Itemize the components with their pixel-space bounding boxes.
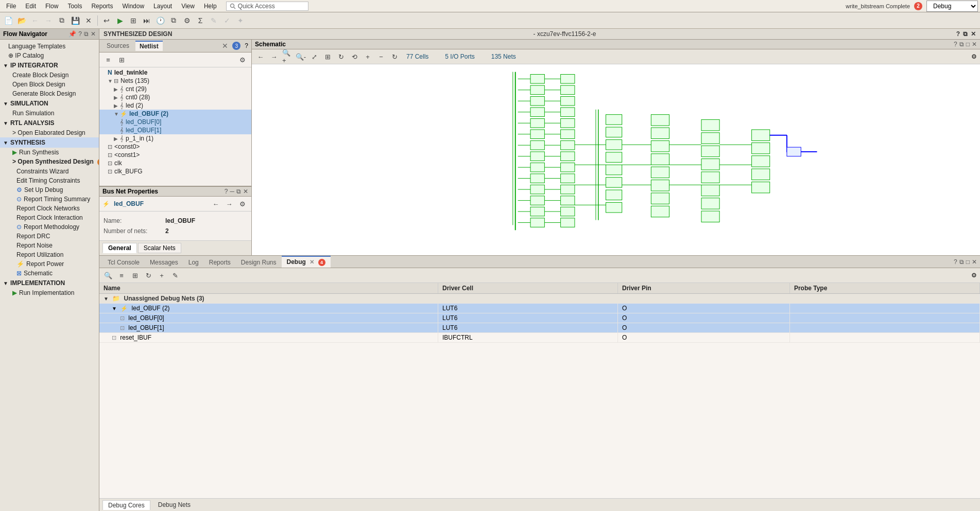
- save-btn[interactable]: 💾: [69, 14, 81, 27]
- schematic-refresh-btn[interactable]: ↻: [389, 51, 400, 62]
- run-btn[interactable]: ▶: [114, 14, 126, 27]
- schematic-zoom-in-btn[interactable]: 🔍+: [282, 51, 293, 62]
- nav-language-templates[interactable]: Language Templates: [0, 42, 99, 51]
- tree-led[interactable]: ▶ 𝄞 led (2): [99, 101, 251, 110]
- edit-btn[interactable]: ✎: [208, 14, 220, 27]
- debug-search-btn[interactable]: 🔍: [102, 270, 114, 281]
- debug-row-led-obuf-1[interactable]: ⊡ led_OBUF[1] LUT6 O: [99, 323, 980, 333]
- sub-tab-debug-nets[interactable]: Debug Nets: [152, 500, 196, 510]
- led-arrow[interactable]: ▶: [114, 103, 120, 109]
- schematic-back-btn[interactable]: ←: [255, 51, 266, 62]
- led-obuf-arrow[interactable]: ▼: [114, 111, 120, 117]
- tab-sources[interactable]: Sources: [102, 41, 133, 50]
- nav-ip-catalog[interactable]: ⊕ IP Catalog: [0, 51, 99, 60]
- nav-question-icon[interactable]: ?: [78, 30, 82, 38]
- tree-const0[interactable]: ⊡ <const0>: [99, 143, 251, 151]
- nav-report-timing-summary[interactable]: ⊙Report Timing Summary: [0, 195, 99, 204]
- debug-collapse-all-btn[interactable]: ≡: [116, 270, 127, 281]
- tree-cnt0[interactable]: ▶ 𝄞 cnt0 (28): [99, 93, 251, 101]
- menu-reports[interactable]: Reports: [87, 2, 117, 11]
- tree-const1[interactable]: ⊡ <const1>: [99, 151, 251, 159]
- schematic-close-icon[interactable]: ✕: [972, 41, 977, 48]
- nav-report-utilization[interactable]: Report Utilization: [0, 250, 99, 259]
- redo-btn[interactable]: →: [42, 14, 55, 27]
- stat-nets[interactable]: 135 Nets: [491, 53, 516, 60]
- menu-layout[interactable]: Layout: [149, 2, 176, 11]
- quick-access-input[interactable]: Quick Access: [226, 2, 308, 11]
- schematic-settings-btn[interactable]: ⚙: [971, 53, 977, 60]
- debug-settings-btn[interactable]: ⚙: [971, 272, 977, 279]
- schematic-prev-btn[interactable]: ⟲: [349, 51, 360, 62]
- menu-view[interactable]: View: [177, 2, 199, 11]
- debug-expand-all-btn[interactable]: ⊞: [129, 270, 141, 281]
- undo-btn[interactable]: ←: [29, 14, 41, 27]
- nav-set-up-debug[interactable]: ⚙Set Up Debug: [0, 185, 99, 195]
- nav-section-simulation[interactable]: ▼ SIMULATION: [0, 98, 99, 109]
- tab-debug[interactable]: Debug ✕ 4: [282, 256, 331, 268]
- nav-generate-block-design[interactable]: Generate Block Design: [0, 89, 99, 98]
- nav-report-clock-interaction[interactable]: Report Clock Interaction: [0, 213, 99, 222]
- bus-tab-scalar-nets[interactable]: Scalar Nets: [138, 243, 181, 253]
- undo2-btn[interactable]: ↩: [100, 14, 113, 27]
- stat-cells[interactable]: 77 Cells: [406, 53, 428, 60]
- copy-btn[interactable]: ⧉: [56, 14, 68, 27]
- bus-question-icon[interactable]: ?: [225, 188, 228, 195]
- nav-section-ip-integrator[interactable]: ▼ IP INTEGRATOR: [0, 60, 99, 71]
- nav-float-icon[interactable]: ⧉: [84, 30, 89, 38]
- menu-file[interactable]: File: [2, 2, 20, 11]
- clock-btn[interactable]: 🕐: [154, 14, 166, 27]
- schematic-plus-btn[interactable]: +: [362, 51, 373, 62]
- debug-row-led-obuf-0[interactable]: ⊡ led_OBUF[0] LUT6 O: [99, 313, 980, 323]
- bus-tab-general[interactable]: General: [102, 243, 137, 253]
- nets-arrow[interactable]: ▼: [108, 78, 114, 84]
- nav-schematic[interactable]: ⊠Schematic: [0, 269, 99, 278]
- schematic-fit-btn[interactable]: ⤢: [308, 51, 320, 62]
- nav-report-methodology[interactable]: ⊙Report Methodology: [0, 222, 99, 232]
- debug-dropdown[interactable]: Debug: [926, 1, 978, 12]
- nav-run-synthesis[interactable]: ▶Run Synthesis: [0, 148, 99, 157]
- bus-settings-btn[interactable]: ⚙: [237, 198, 248, 209]
- schematic-minus-btn[interactable]: −: [375, 51, 387, 62]
- synth-close-icon[interactable]: ✕: [971, 30, 976, 38]
- tree-p1in[interactable]: ▶ 𝄞 p_1_in (1): [99, 134, 251, 143]
- schematic-maximize-icon[interactable]: □: [966, 41, 970, 48]
- debug-row-led-obuf[interactable]: ▼ ⚡ led_OBUF (2) LUT6 O: [99, 304, 980, 313]
- debug-delete-btn[interactable]: ✎: [169, 270, 181, 281]
- schematic-question-icon[interactable]: ?: [954, 41, 957, 48]
- grid-btn[interactable]: ⊞: [127, 14, 140, 27]
- tree-nets[interactable]: ▼ ⊟ Nets (135): [99, 77, 251, 85]
- netlist-settings-btn[interactable]: ⚙: [237, 54, 248, 65]
- nav-edit-timing-constraints[interactable]: Edit Timing Constraints: [0, 176, 99, 185]
- menu-window[interactable]: Window: [118, 2, 148, 11]
- tree-led-obuf[interactable]: ▼ ⚡ led_OBUF (2): [99, 110, 251, 118]
- group-expand-icon[interactable]: ▼: [104, 296, 109, 302]
- bus-prev-btn[interactable]: ←: [210, 198, 221, 209]
- netlist-expand-btn[interactable]: ⊞: [116, 54, 127, 65]
- tree-led-obuf-1[interactable]: 𝄞 led_OBUF[1]: [99, 126, 251, 134]
- menu-help[interactable]: Help: [200, 2, 221, 11]
- cnt0-arrow[interactable]: ▶: [114, 95, 120, 100]
- star-btn[interactable]: ✦: [234, 14, 247, 27]
- netlist-question-icon[interactable]: ?: [245, 42, 248, 49]
- menu-edit[interactable]: Edit: [21, 2, 40, 11]
- step-btn[interactable]: ⏭: [141, 14, 153, 27]
- netlist-close-btn[interactable]: ✕: [222, 42, 228, 50]
- tree-led-obuf-0[interactable]: 𝄞 led_OBUF[0]: [99, 118, 251, 126]
- bus-expand-icon[interactable]: ⧉: [236, 188, 241, 195]
- open-btn[interactable]: 📂: [15, 14, 28, 27]
- nav-open-block-design[interactable]: Open Block Design: [0, 80, 99, 89]
- lower-question-icon[interactable]: ?: [954, 258, 957, 266]
- debug-add-btn[interactable]: +: [156, 270, 167, 281]
- cnt-arrow[interactable]: ▶: [114, 86, 120, 92]
- netlist-collapse-btn[interactable]: ≡: [102, 54, 114, 65]
- schematic-float-icon[interactable]: ⧉: [959, 41, 964, 48]
- new-btn[interactable]: 📄: [2, 14, 14, 27]
- settings-btn[interactable]: ⚙: [181, 14, 193, 27]
- schematic-rotate-btn[interactable]: ↻: [335, 51, 347, 62]
- led-obuf-expand[interactable]: ▼: [112, 306, 117, 311]
- lower-float-icon[interactable]: ⧉: [959, 258, 964, 266]
- nav-report-noise[interactable]: Report Noise: [0, 241, 99, 250]
- schematic-zoom-out-btn[interactable]: 🔍-: [295, 51, 306, 62]
- lower-close-icon[interactable]: ✕: [972, 258, 977, 266]
- nav-run-implementation[interactable]: ▶Run Implementation: [0, 288, 99, 297]
